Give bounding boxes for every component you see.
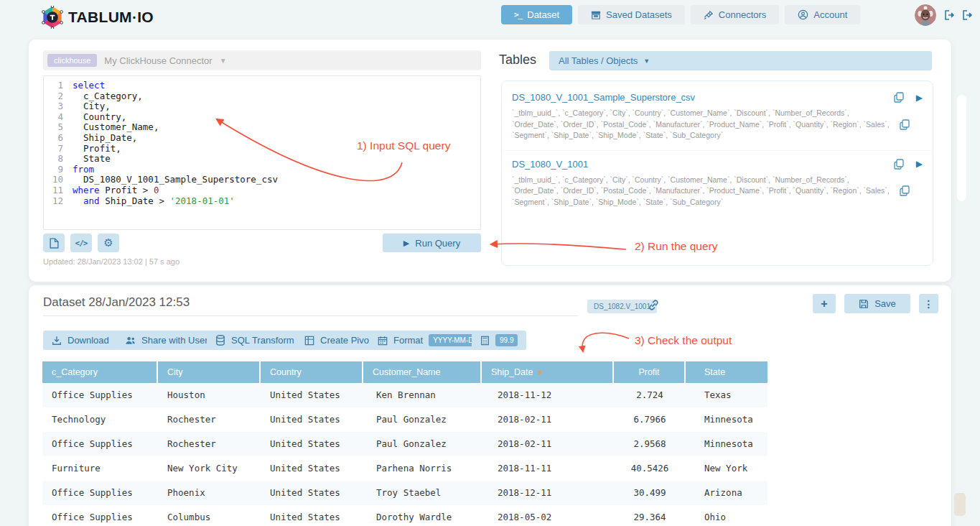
sql-code: Customer_Name, bbox=[73, 122, 159, 133]
dataset-id-badge: DS_1082.V_1001 bbox=[587, 300, 657, 313]
sql-transform-button[interactable]: SQL Transform bbox=[207, 331, 303, 350]
create-pivot-button[interactable]: Create Pivot bbox=[296, 331, 381, 350]
tables-list: DS_1080_V_1001_Sample_Superstore_csv ▶ `… bbox=[501, 80, 933, 266]
run-query-button[interactable]: ▶ Run Query bbox=[383, 234, 481, 252]
table-list-item: DS_1080_V_1001_Sample_Superstore_csv ▶ `… bbox=[502, 84, 933, 150]
link-icon[interactable] bbox=[648, 299, 660, 311]
line-number: 6 bbox=[44, 133, 73, 144]
table-cell: United States bbox=[261, 481, 363, 505]
column-header[interactable]: State bbox=[686, 361, 767, 383]
users-icon bbox=[125, 336, 136, 346]
sql-token: 0 bbox=[154, 185, 159, 195]
title-divider bbox=[43, 315, 578, 316]
copy-columns-icon[interactable] bbox=[900, 119, 910, 130]
sql-token: select bbox=[73, 80, 105, 91]
nav-tab-connectors[interactable]: Connectors bbox=[691, 5, 779, 24]
download-icon bbox=[52, 336, 62, 346]
download-button[interactable]: Download bbox=[43, 331, 118, 350]
column-header[interactable]: c_Category bbox=[42, 361, 158, 383]
table-cell: 2018-02-11 bbox=[482, 432, 614, 456]
nav-tab-saved-datasets[interactable]: Saved Datasets bbox=[578, 5, 685, 24]
tables-panel-title: Tables bbox=[499, 52, 536, 68]
sql-editor[interactable]: 1 select 2 c_Category, 3 City, 4 Country… bbox=[43, 75, 481, 230]
database-icon bbox=[215, 335, 225, 346]
line-number: 3 bbox=[44, 101, 73, 112]
nav-tab-dataset-label: Dataset bbox=[527, 9, 559, 20]
chevron-down-icon: ▼ bbox=[643, 57, 650, 65]
number-precision-button[interactable]: 99.9 bbox=[472, 331, 526, 350]
table-cell: 2018-05-02 bbox=[482, 505, 614, 526]
plug-icon bbox=[704, 10, 714, 20]
user-avatar[interactable] bbox=[915, 4, 936, 26]
sql-editor-line: 3 City, bbox=[44, 101, 480, 112]
sql-token: Ship_Date, bbox=[73, 132, 137, 143]
exit-app-icon[interactable] bbox=[961, 9, 973, 21]
tables-filter-dropdown[interactable]: All Tables / Objects ▼ bbox=[549, 51, 932, 70]
nav-tab-dataset[interactable]: >_ Dataset bbox=[501, 5, 572, 24]
sql-code: Profit, bbox=[73, 144, 121, 154]
share-with-user-button[interactable]: Share with User bbox=[116, 331, 216, 350]
connector-select[interactable]: clickhouse My ClickHouse Connector ▼ bbox=[43, 50, 481, 70]
sql-editor-line: 8 State bbox=[44, 154, 480, 165]
table-cell: 2018-02-11 bbox=[482, 407, 614, 432]
copy-icon[interactable] bbox=[894, 92, 904, 103]
line-number: 4 bbox=[44, 112, 73, 123]
annotation-check-output: 3) Check the output bbox=[635, 334, 732, 347]
table-cell: Technology bbox=[42, 407, 158, 432]
new-query-button[interactable] bbox=[43, 234, 65, 252]
nav-tab-account[interactable]: Account bbox=[785, 5, 860, 24]
table-cell: Dorothy Wardle bbox=[363, 505, 482, 526]
table-cell: Parhena Norris bbox=[363, 456, 482, 481]
sql-token: '2018-01-01' bbox=[170, 195, 235, 206]
table-cell: 6.7966 bbox=[614, 407, 686, 432]
add-button[interactable]: + bbox=[813, 294, 836, 313]
archive-icon bbox=[591, 10, 601, 20]
table-cell: Paul Gonzalez bbox=[363, 407, 482, 432]
copy-icon[interactable] bbox=[894, 159, 904, 170]
table-cell: United States bbox=[261, 407, 363, 432]
settings-button[interactable]: ⚙ bbox=[98, 234, 119, 252]
query-table-play-icon[interactable]: ▶ bbox=[916, 93, 923, 103]
table-columns-list: `_tblm_uuid_`, `c_Category`, `City`, `Co… bbox=[512, 108, 891, 142]
scrollbar-corner-thumb[interactable] bbox=[954, 493, 966, 516]
result-table: c_Category City Country Customer_Name Sh… bbox=[42, 361, 767, 526]
query-table-play-icon[interactable]: ▶ bbox=[916, 159, 923, 169]
more-options-button[interactable]: ⋮ bbox=[919, 294, 938, 313]
sql-code: and Ship_Date > '2018-01-01' bbox=[73, 196, 235, 207]
logout-icon[interactable] bbox=[943, 9, 955, 21]
table-name-link[interactable]: DS_1080_V_1001 bbox=[512, 159, 588, 170]
column-header[interactable]: Profit bbox=[614, 361, 686, 383]
nav-tab-saved-datasets-label: Saved Datasets bbox=[606, 9, 672, 20]
line-number: 9 bbox=[44, 165, 73, 175]
line-number: 2 bbox=[44, 91, 73, 102]
sql-transform-label: SQL Transform bbox=[231, 335, 294, 346]
code-view-button[interactable]: </> bbox=[70, 234, 92, 252]
nav-tab-account-label: Account bbox=[813, 9, 847, 20]
save-button[interactable]: Save bbox=[844, 294, 910, 313]
table-cell: United States bbox=[261, 505, 363, 526]
copy-columns-icon[interactable] bbox=[900, 185, 910, 196]
table-cell: Office Supplies bbox=[42, 383, 158, 407]
table-name-link[interactable]: DS_1080_V_1001_Sample_Superstore_csv bbox=[512, 92, 695, 103]
result-table-body: Office SuppliesHoustonUnited StatesKen B… bbox=[42, 383, 767, 526]
main-nav: >_ Dataset Saved Datasets Connectors Acc… bbox=[501, 5, 860, 24]
table-cell: United States bbox=[261, 432, 363, 456]
sql-editor-line: 12 and Ship_Date > '2018-01-01' bbox=[44, 196, 480, 207]
dataset-card: Dataset 28/Jan/2023 12:53 DS_1082.V_1001… bbox=[29, 285, 951, 526]
table-cell: Texas bbox=[686, 383, 767, 407]
table-cell: Houston bbox=[158, 383, 261, 407]
annotation-input-sql: 1) Input SQL query bbox=[357, 139, 450, 152]
page-scrollbar-thumb[interactable] bbox=[957, 95, 966, 201]
table-cell: New York bbox=[686, 456, 767, 481]
table-row: Office SuppliesPhoenixUnited StatesTroy … bbox=[42, 481, 767, 505]
calendar-icon bbox=[378, 336, 388, 346]
app-logo[interactable]: TABLUM·IO bbox=[42, 6, 154, 29]
column-header[interactable]: Ship_Date bbox=[482, 361, 614, 383]
column-header[interactable]: Country bbox=[261, 361, 363, 383]
top-bar: TABLUM·IO >_ Dataset Saved Datasets Conn… bbox=[0, 0, 980, 33]
column-header[interactable]: City bbox=[158, 361, 261, 383]
sql-token: Profit, bbox=[73, 143, 121, 154]
table-cell: Arizona bbox=[686, 481, 767, 505]
sql-token: where bbox=[73, 185, 100, 195]
column-header[interactable]: Customer_Name bbox=[363, 361, 482, 383]
